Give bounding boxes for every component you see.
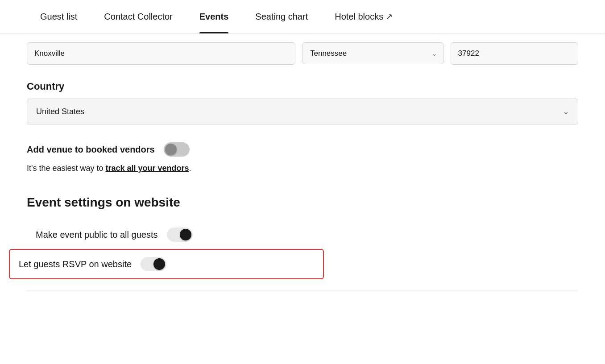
nav-guest-list[interactable]: Guest list [27, 0, 91, 33]
booked-vendors-row: Add venue to booked vendors [27, 142, 578, 157]
make-public-row: Make event public to all guests [27, 220, 578, 249]
make-public-toggle[interactable] [167, 228, 193, 242]
booked-vendors-label: Add venue to booked vendors [27, 145, 155, 155]
booked-vendors-toggle[interactable] [164, 142, 190, 157]
nav-seating-chart[interactable]: Seating chart [242, 0, 321, 33]
state-select[interactable]: Tennessee [302, 42, 443, 64]
nav-hotel-blocks[interactable]: Hotel blocks ↗ [321, 0, 406, 33]
rsvp-label: Let guests RSVP on website [19, 259, 132, 269]
country-select[interactable]: United States [27, 99, 578, 124]
event-settings-title: Event settings on website [27, 195, 578, 210]
country-section: Country United States ⌄ [27, 81, 578, 124]
rsvp-row: Let guests RSVP on website [9, 249, 324, 279]
main-content: Tennessee ⌄ Country United States ⌄ Add … [0, 33, 605, 290]
country-label: Country [27, 81, 578, 92]
city-input[interactable] [27, 42, 295, 65]
zip-input[interactable] [451, 42, 578, 65]
booked-vendors-knob [165, 144, 177, 155]
state-select-wrapper: Tennessee ⌄ [302, 42, 443, 65]
nav-contact-collector[interactable]: Contact Collector [91, 0, 186, 33]
external-link-icon: ↗ [386, 12, 393, 21]
top-navigation: Guest list Contact Collector Events Seat… [0, 0, 605, 33]
track-vendors-link[interactable]: track all your vendors [106, 164, 189, 173]
rsvp-knob [153, 258, 165, 270]
address-row: Tennessee ⌄ [27, 33, 578, 65]
rsvp-toggle[interactable] [141, 257, 166, 271]
nav-events[interactable]: Events [186, 0, 242, 33]
make-public-knob [180, 229, 191, 240]
make-public-label: Make event public to all guests [36, 230, 158, 240]
hotel-blocks-label: Hotel blocks [335, 12, 383, 22]
bottom-divider [27, 290, 578, 290]
country-select-wrapper: United States ⌄ [27, 99, 578, 124]
vendor-description: It's the easiest way to track all your v… [27, 164, 578, 173]
rsvp-highlighted-container: Let guests RSVP on website [18, 249, 315, 279]
